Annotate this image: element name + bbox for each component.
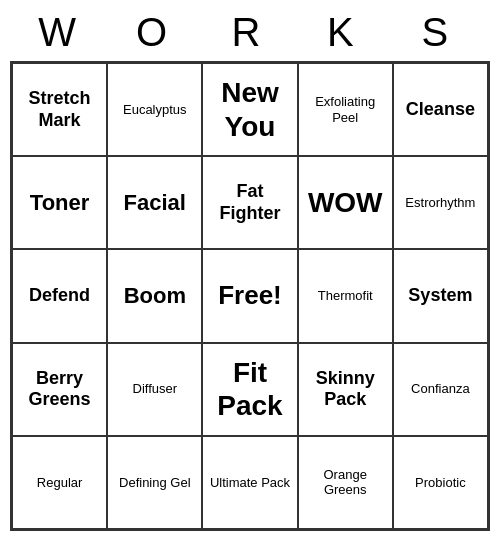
bingo-cell[interactable]: Thermofit — [298, 249, 393, 342]
title-letter: W — [14, 10, 108, 55]
bingo-cell[interactable]: Ultimate Pack — [202, 436, 297, 529]
bingo-cell[interactable]: Probiotic — [393, 436, 488, 529]
bingo-cell[interactable]: Cleanse — [393, 63, 488, 156]
bingo-grid: Stretch MarkEucalyptusNew YouExfoliating… — [10, 61, 490, 531]
bingo-cell[interactable]: Diffuser — [107, 343, 202, 436]
bingo-cell[interactable]: Orange Greens — [298, 436, 393, 529]
bingo-cell[interactable]: WOW — [298, 156, 393, 249]
title-letter: O — [108, 10, 202, 55]
bingo-cell[interactable]: Stretch Mark — [12, 63, 107, 156]
title-letter: R — [203, 10, 297, 55]
title-letter: S — [392, 10, 486, 55]
bingo-cell[interactable]: New You — [202, 63, 297, 156]
bingo-cell[interactable]: Facial — [107, 156, 202, 249]
bingo-cell[interactable]: Skinny Pack — [298, 343, 393, 436]
bingo-cell[interactable]: Free! — [202, 249, 297, 342]
bingo-cell[interactable]: Toner — [12, 156, 107, 249]
bingo-cell[interactable]: Defining Gel — [107, 436, 202, 529]
bingo-cell[interactable]: Berry Greens — [12, 343, 107, 436]
title-letter: K — [297, 10, 391, 55]
bingo-cell[interactable]: Eucalyptus — [107, 63, 202, 156]
bingo-cell[interactable]: Defend — [12, 249, 107, 342]
bingo-cell[interactable]: Fat Fighter — [202, 156, 297, 249]
bingo-title: WORKS — [10, 10, 490, 55]
bingo-cell[interactable]: System — [393, 249, 488, 342]
bingo-cell[interactable]: Regular — [12, 436, 107, 529]
bingo-cell[interactable]: Fit Pack — [202, 343, 297, 436]
bingo-cell[interactable]: Exfoliating Peel — [298, 63, 393, 156]
bingo-cell[interactable]: Boom — [107, 249, 202, 342]
bingo-cell[interactable]: Estrorhythm — [393, 156, 488, 249]
bingo-cell[interactable]: Confianza — [393, 343, 488, 436]
